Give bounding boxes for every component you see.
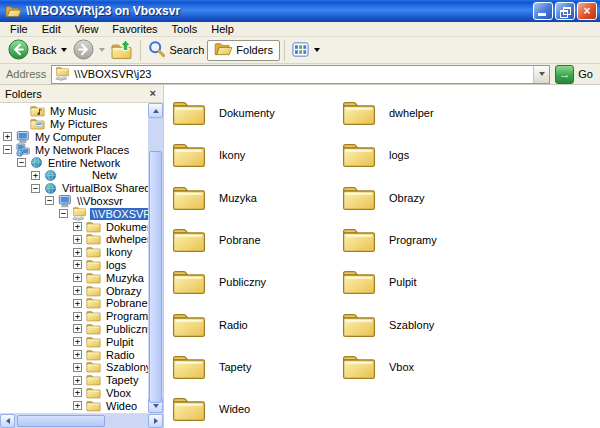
folder-tile-wideo[interactable]: Wideo <box>172 388 342 428</box>
horizontal-scroll-thumb[interactable] <box>17 415 105 427</box>
search-button[interactable]: Search <box>145 39 207 61</box>
up-button[interactable] <box>108 38 136 63</box>
folder-tile-label[interactable]: Dokumenty <box>219 107 275 119</box>
folder-tile-tapety[interactable]: Tapety <box>172 346 342 388</box>
tree-item-vboxsvr-j23[interactable]: −\\VBOXSVR\j23 <box>0 207 148 220</box>
tree-label[interactable]: Szablony <box>104 361 148 373</box>
expand-icon[interactable]: + <box>73 388 82 397</box>
tree-item-my-pictures[interactable]: My Pictures <box>0 118 148 131</box>
views-button[interactable] <box>289 40 323 61</box>
tree-item-pobrane[interactable]: +Pobrane <box>0 297 148 310</box>
folder-tile-pobrane[interactable]: Pobrane <box>172 219 342 261</box>
folder-tile-ikony[interactable]: Ikony <box>172 134 342 176</box>
tree-item-my-music[interactable]: My Music <box>0 105 148 118</box>
tree-item-muzyka[interactable]: +Muzyka <box>0 271 148 284</box>
tree-horizontal-scrollbar[interactable] <box>0 413 163 428</box>
scroll-right-icon[interactable] <box>148 414 163 428</box>
expand-icon[interactable]: + <box>73 299 82 308</box>
tree-label[interactable]: My Pictures <box>48 118 109 130</box>
menu-item-help[interactable]: Help <box>204 22 241 36</box>
folder-tile-label[interactable]: Pulpit <box>389 276 417 288</box>
tree-item-vboxsvr[interactable]: −\\Vboxsvr <box>0 195 148 208</box>
menu-item-favorites[interactable]: Favorites <box>105 22 164 36</box>
tree-item-virtualbox-shared-folder[interactable]: −VirtualBox Shared Folder <box>0 182 148 195</box>
menu-item-tools[interactable]: Tools <box>165 22 205 36</box>
tree-item-dwhelper[interactable]: +dwhelper <box>0 233 148 246</box>
tree-item-szablony[interactable]: +Szablony <box>0 361 148 374</box>
folder-tile-pulpit[interactable]: Pulpit <box>342 261 512 303</box>
tree-label[interactable]: Entire Network <box>46 157 122 169</box>
menu-item-view[interactable]: View <box>68 22 106 36</box>
folder-tile-logs[interactable]: logs <box>342 134 512 176</box>
tree-label[interactable]: Publiczny <box>104 323 148 335</box>
expand-icon[interactable]: + <box>73 222 82 231</box>
expand-icon[interactable]: + <box>73 324 82 333</box>
expand-icon[interactable]: + <box>73 286 82 295</box>
tree-label[interactable]: Ikony <box>104 246 134 258</box>
folder-tile-label[interactable]: logs <box>389 149 409 161</box>
tree-label[interactable]: Vbox <box>104 387 133 399</box>
expand-icon[interactable]: + <box>3 132 12 141</box>
folder-tile-vbox[interactable]: Vbox <box>342 346 512 388</box>
tree-item-ikony[interactable]: +Ikony <box>0 246 148 259</box>
address-dropdown[interactable] <box>533 66 549 83</box>
tree-item-publiczny[interactable]: +Publiczny <box>0 323 148 336</box>
expand-icon[interactable]: + <box>73 363 82 372</box>
minimize-button[interactable] <box>533 2 553 20</box>
tree-item-my-computer[interactable]: +My Computer <box>0 131 148 144</box>
tree-label[interactable]: Dokumenty <box>104 221 148 233</box>
tree-label[interactable]: Tapety <box>104 374 140 386</box>
tree-label[interactable]: \\VBOXSVR\j23 <box>90 208 148 220</box>
expand-icon[interactable]: + <box>73 248 82 257</box>
folder-tile-label[interactable]: Tapety <box>219 361 251 373</box>
collapse-icon[interactable]: − <box>45 196 54 205</box>
folder-tile-label[interactable]: Radio <box>219 319 248 331</box>
scroll-up-icon[interactable] <box>148 103 163 118</box>
tree-label[interactable]: My Computer <box>33 131 103 143</box>
go-button[interactable]: → Go <box>555 65 597 84</box>
horizontal-scroll-track[interactable] <box>15 414 148 428</box>
collapse-icon[interactable]: − <box>17 158 26 167</box>
expand-icon[interactable]: + <box>73 273 82 282</box>
tree-item-radio[interactable]: +Radio <box>0 348 148 361</box>
collapse-icon[interactable]: − <box>3 145 12 154</box>
folder-tile-label[interactable]: Pobrane <box>219 234 261 246</box>
close-button[interactable]: × <box>577 2 597 20</box>
folder-tile-publiczny[interactable]: Publiczny <box>172 261 342 303</box>
collapse-icon[interactable]: − <box>31 184 40 193</box>
expand-icon[interactable]: + <box>73 312 82 321</box>
expand-icon[interactable]: + <box>31 171 40 180</box>
tree-item-my-network-places[interactable]: −My Network Places <box>0 143 148 156</box>
tree-label[interactable]: Wideo <box>104 400 139 412</box>
tree-item-vbox[interactable]: +Vbox <box>0 387 148 400</box>
tree-label[interactable]: Muzyka <box>104 272 146 284</box>
expand-icon[interactable]: + <box>73 376 82 385</box>
tree-item-pulpit[interactable]: +Pulpit <box>0 335 148 348</box>
folder-tile-muzyka[interactable]: Muzyka <box>172 177 342 219</box>
tree-item-entire-network[interactable]: −Entire Network <box>0 156 148 169</box>
scroll-left-icon[interactable] <box>0 414 15 428</box>
tree-item-programy[interactable]: +Programy <box>0 310 148 323</box>
tree-label[interactable]: My Music <box>48 105 98 117</box>
tree-label[interactable]: logs <box>104 259 128 271</box>
tree-label[interactable]: Radio <box>104 349 137 361</box>
tree-item-wideo[interactable]: +Wideo <box>0 399 148 412</box>
expand-icon[interactable]: + <box>73 401 82 410</box>
tree-vertical-scrollbar[interactable] <box>148 103 163 413</box>
folder-tile-dwhelper[interactable]: dwhelper <box>342 92 512 134</box>
tree-label[interactable]: Obrazy <box>104 285 143 297</box>
folder-tile-label[interactable]: Obrazy <box>389 192 424 204</box>
expand-icon[interactable]: + <box>73 337 82 346</box>
folder-tile-szablony[interactable]: Szablony <box>342 303 512 345</box>
folders-button[interactable]: Folders <box>207 40 280 61</box>
vertical-scroll-thumb[interactable] <box>149 151 162 403</box>
expand-icon[interactable]: + <box>73 235 82 244</box>
tree-item-obrazy[interactable]: +Obrazy <box>0 284 148 297</box>
back-button[interactable]: Back <box>5 38 70 63</box>
menu-item-edit[interactable]: Edit <box>35 22 68 36</box>
tree-label[interactable]: Pobrane <box>104 297 148 309</box>
tree-item-tapety[interactable]: +Tapety <box>0 374 148 387</box>
folder-tile-obrazy[interactable]: Obrazy <box>342 177 512 219</box>
tree-label[interactable]: dwhelper <box>104 233 148 245</box>
folder-tile-label[interactable]: dwhelper <box>389 107 434 119</box>
